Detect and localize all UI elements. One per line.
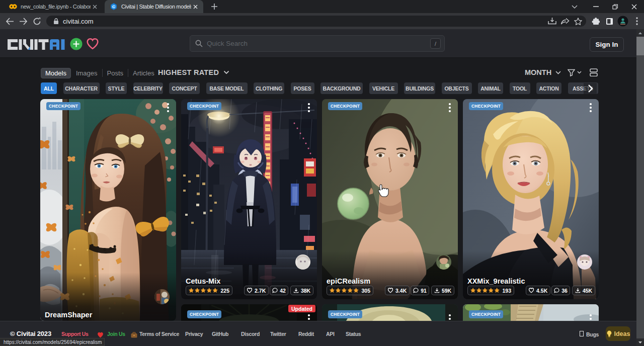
svg-text:C: C (112, 5, 115, 9)
